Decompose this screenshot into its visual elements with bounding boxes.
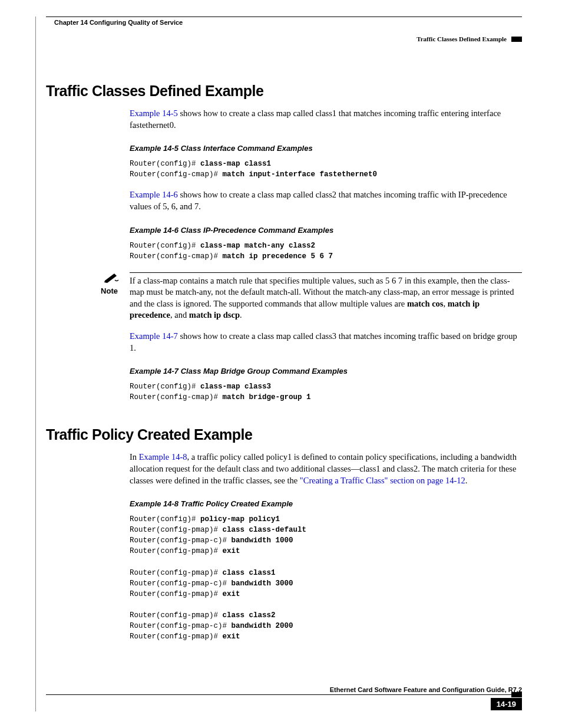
example-title: Example 14-6 Class IP-Precedence Command… <box>130 226 522 235</box>
code-block: Router(config)# class-map class1 Router(… <box>130 159 522 180</box>
xref-link[interactable]: Example 14-5 <box>130 108 178 118</box>
code-block: Router(config)# policy-map policy1 Route… <box>130 514 522 643</box>
note-body: If a class-map contains a match rule tha… <box>130 272 522 321</box>
code-block: Router(config)# class-map class3 Router(… <box>130 381 522 403</box>
section-heading: Traffic Policy Created Example <box>46 426 522 443</box>
page-header: Chapter 14 Configuring Quality of Servic… <box>46 17 522 26</box>
paragraph: In Example 14-8, a traffic policy called… <box>130 452 522 486</box>
footer-guide-title: Ethernet Card Software Feature and Confi… <box>46 686 522 693</box>
xref-link[interactable]: Example 14-8 <box>139 452 187 462</box>
page-footer: Ethernet Card Software Feature and Confi… <box>46 686 522 710</box>
pencil-icon <box>104 272 119 283</box>
chapter-label: Chapter 14 Configuring Quality of Servic… <box>54 19 183 26</box>
paragraph: Example 14-7 shows how to create a class… <box>130 331 522 354</box>
text: shows how to create a class map called c… <box>130 331 517 353</box>
example-title: Example 14-8 Traffic Policy Created Exam… <box>130 499 522 508</box>
paragraph: Example 14-5 shows how to create a class… <box>130 108 522 131</box>
xref-link[interactable]: Example 14-7 <box>130 331 178 341</box>
footer-block-icon <box>511 692 522 697</box>
note-label: Note <box>46 286 119 295</box>
page-number: 14-19 <box>491 698 522 710</box>
section-heading: Traffic Classes Defined Example <box>46 83 522 100</box>
text: shows how to create a class map called c… <box>130 108 501 130</box>
section-label: Traffic Classes Defined Example <box>416 35 507 42</box>
xref-link[interactable]: Example 14-6 <box>130 190 178 199</box>
xref-link[interactable]: "Creating a Traffic Class" section on pa… <box>300 476 465 485</box>
paragraph: Example 14-6 shows how to create a class… <box>130 189 522 212</box>
example-title: Example 14-5 Class Interface Command Exa… <box>130 144 522 153</box>
example-title: Example 14-7 Class Map Bridge Group Comm… <box>130 367 522 375</box>
text: shows how to create a class map called c… <box>130 190 507 211</box>
note-block: Note If a class-map contains a match rul… <box>46 272 522 321</box>
header-block-icon <box>511 37 522 42</box>
code-block: Router(config)# class-map match-any clas… <box>130 241 522 262</box>
